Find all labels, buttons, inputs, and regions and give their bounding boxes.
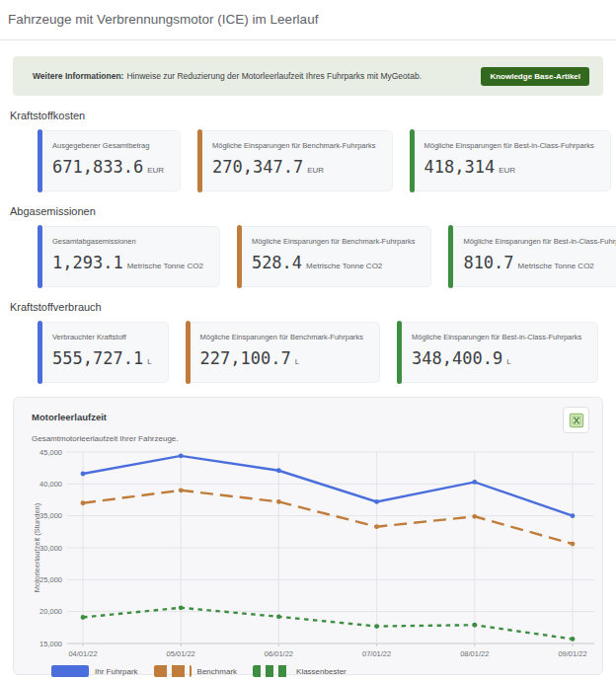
data-point <box>472 514 477 519</box>
kpi-value: 810.7 <box>463 253 513 272</box>
section-abgasemissionen: Abgasemissionen Gesamtabgasemissionen 1,… <box>0 205 616 287</box>
data-point <box>571 542 576 547</box>
svg-text:40,000: 40,000 <box>39 480 62 489</box>
kpi-accent-bar <box>38 225 42 288</box>
kpi-value: 227,100.7 <box>200 348 291 368</box>
kpi-label: Mögliche Einsparungen für Best-in-Class-… <box>424 141 594 150</box>
kpi-label: Verbrauchter Kraftstoff <box>52 333 152 341</box>
info-banner-label: Weitere Informationen: <box>33 71 123 81</box>
kpi-unit: EUR <box>499 166 515 175</box>
data-point <box>472 480 477 485</box>
section-kraftstoffverbrauch: Kraftstoffverbrauch Verbrauchter Kraftst… <box>0 301 616 383</box>
excel-export-icon <box>569 413 584 428</box>
kpi-card-best-in-class-savings: Mögliche Einsparungen für Best-in-Class-… <box>448 226 616 287</box>
card-row: Gesamtabgasemissionen 1,293.1Metrische T… <box>38 226 616 287</box>
kpi-unit: L <box>295 357 299 366</box>
kpi-card-benchmark-savings: Mögliche Einsparungen für Benchmark-Fuhr… <box>197 130 393 191</box>
svg-text:30,000: 30,000 <box>39 544 62 553</box>
data-point <box>179 488 184 492</box>
svg-text:09/01/22: 09/01/22 <box>558 649 586 658</box>
data-point <box>81 472 86 477</box>
section-kraftstoffkosten: Kraftstoffkosten Ausgegebener Gesamtbetr… <box>0 110 616 191</box>
data-point <box>179 605 184 610</box>
excel-export-button[interactable] <box>563 407 589 433</box>
kpi-unit: Metrische Tonne CO2 <box>127 262 203 270</box>
data-point <box>179 453 184 458</box>
data-point <box>374 499 379 504</box>
header-divider <box>0 39 616 40</box>
kpi-unit: Metrische Tonne CO2 <box>306 262 382 270</box>
kpi-unit: Metrische Tonne CO2 <box>518 262 594 270</box>
knowledge-base-button[interactable]: Knowledge Base-Artikel <box>481 67 589 86</box>
data-point <box>374 624 379 629</box>
legend-label: Ihr Fuhrpark <box>95 667 138 676</box>
kpi-value: 671,833.6 <box>52 157 143 177</box>
kpi-value: 270,347.7 <box>212 157 303 177</box>
svg-text:20,000: 20,000 <box>39 607 62 616</box>
section-title: Kraftstoffkosten <box>10 110 616 121</box>
idle-time-chart: 45,00040,00035,00030,00025,00020,00015,0… <box>32 446 604 662</box>
kpi-value: 418,314 <box>424 157 496 177</box>
kpi-unit: L <box>506 357 510 366</box>
info-banner: Weitere Informationen:Hinweise zur Reduz… <box>13 56 603 96</box>
legend-item[interactable]: Klassenbester <box>253 665 346 677</box>
svg-text:04/01/22: 04/01/22 <box>68 649 97 658</box>
kpi-accent-bar <box>448 225 453 288</box>
kpi-accent-bar <box>197 129 202 192</box>
kpi-accent-bar <box>237 225 242 288</box>
kpi-label: Ausgegebener Gesamtbetrag <box>52 141 164 150</box>
svg-text:45,000: 45,000 <box>39 448 62 457</box>
page-title: Fahrzeuge mit Verbrennungsmotor (ICE) im… <box>0 0 616 27</box>
kpi-value: 1,293.1 <box>52 253 123 272</box>
kpi-unit: EUR <box>307 166 324 175</box>
kpi-card-fuel-used: Verbrauchter Kraftstoff 555,727.1L <box>38 322 169 383</box>
kpi-value: 555,727.1 <box>52 348 143 368</box>
kpi-unit: L <box>147 357 151 366</box>
kpi-label: Mögliche Einsparungen für Benchmark-Fuhr… <box>252 237 416 246</box>
legend-label: Klassenbester <box>296 667 346 676</box>
svg-text:07/01/22: 07/01/22 <box>362 649 391 658</box>
legend-item[interactable]: Ihr Fuhrpark <box>51 665 138 677</box>
kpi-card-benchmark-savings: Mögliche Einsparungen für Benchmark-Fuhr… <box>237 226 432 287</box>
data-point <box>374 524 379 529</box>
series-line <box>83 456 573 516</box>
kpi-label: Mögliche Einsparungen für Benchmark-Fuhr… <box>200 333 364 341</box>
kpi-label: Mögliche Einsparungen für Benchmark-Fuhr… <box>212 141 376 150</box>
kpi-card-best-in-class-savings: Mögliche Einsparungen für Best-in-Class-… <box>397 322 598 383</box>
idling-dashboard-page: Fahrzeuge mit Verbrennungsmotor (ICE) im… <box>0 0 616 680</box>
legend-label: Benchmark <box>197 667 237 676</box>
kpi-card-total-spent: Ausgegebener Gesamtbetrag 671,833.6EUR <box>38 130 181 191</box>
series-line <box>83 608 573 640</box>
kpi-value: 348,400.9 <box>412 348 502 368</box>
section-title: Kraftstoffverbrauch <box>10 301 616 313</box>
svg-text:15,000: 15,000 <box>39 640 62 648</box>
svg-text:06/01/22: 06/01/22 <box>265 649 293 658</box>
data-point <box>276 614 281 619</box>
svg-text:08/01/22: 08/01/22 <box>460 649 489 658</box>
kpi-card-best-in-class-savings: Mögliche Einsparungen für Best-in-Class-… <box>410 130 611 191</box>
section-title: Abgasemissionen <box>10 205 616 217</box>
kpi-card-benchmark-savings: Mögliche Einsparungen für Benchmark-Fuhr… <box>186 322 381 383</box>
kpi-accent-bar <box>397 321 402 384</box>
svg-text:Motorleerlaufzeit (Stunden): Motorleerlaufzeit (Stunden) <box>33 502 41 592</box>
chart-title: Motorleerlaufzeit <box>32 412 586 422</box>
kpi-card-total-emissions: Gesamtabgasemissionen 1,293.1Metrische T… <box>38 226 220 287</box>
kpi-accent-bar <box>38 321 42 384</box>
data-point <box>276 499 281 504</box>
legend-swatch <box>51 665 89 677</box>
series-line <box>83 491 573 544</box>
kpi-value: 528.4 <box>252 253 302 272</box>
legend-item[interactable]: Benchmark <box>154 665 237 677</box>
kpi-label: Mögliche Einsparungen für Best-in-Class-… <box>412 333 581 341</box>
idle-time-chart-panel: Motorleerlaufzeit Gesamtmotorleerlaufzei… <box>13 397 603 675</box>
data-point <box>81 615 86 620</box>
info-banner-message: Hinweise zur Reduzierung der Motorleerla… <box>126 71 422 81</box>
svg-text:35,000: 35,000 <box>39 511 62 520</box>
chart-legend: Ihr FuhrparkBenchmarkKlassenbester <box>51 665 586 677</box>
kpi-label: Gesamtabgasemissionen <box>52 237 203 246</box>
kpi-unit: EUR <box>147 166 164 175</box>
info-banner-text: Weitere Informationen:Hinweise zur Reduz… <box>33 71 422 81</box>
legend-swatch <box>154 665 192 677</box>
kpi-accent-bar <box>186 321 191 384</box>
kpi-label: Mögliche Einsparungen für Best-in-Class-… <box>463 237 616 246</box>
